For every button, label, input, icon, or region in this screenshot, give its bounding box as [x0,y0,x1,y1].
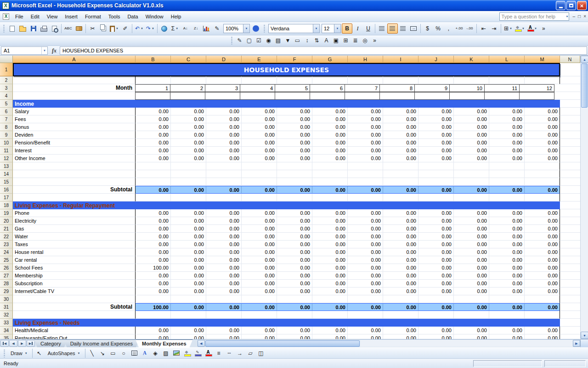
cell[interactable]: 0.00 [525,334,560,339]
row-header-20[interactable]: 20 [0,217,13,225]
cell[interactable]: 0.00 [525,155,560,162]
cell[interactable] [489,295,525,303]
cell[interactable]: 0.00 [171,225,206,233]
drawing-icon[interactable]: ✎ [212,23,222,34]
cell[interactable]: 0.00 [418,256,454,264]
cell[interactable] [418,295,454,303]
cell[interactable]: 0.00 [348,209,383,217]
cell[interactable]: 0.00 [525,123,560,131]
cell[interactable]: 2 [170,84,205,92]
previous-sheet-button[interactable]: ◀ [9,340,17,347]
text-box-icon[interactable] [129,349,140,358]
last-sheet-button[interactable]: ▶ [27,340,35,347]
menu-item-insert[interactable]: Insert [61,12,81,21]
cell[interactable] [489,162,525,170]
cell[interactable]: 0.00 [383,225,418,233]
cell[interactable]: 0.00 [206,272,242,280]
cell[interactable]: 0.00 [312,303,348,311]
row-header-35[interactable]: 35 [0,334,13,339]
cell[interactable]: 0.00 [525,264,560,272]
cell[interactable]: 0.00 [454,334,489,339]
cell[interactable]: 0.00 [454,264,489,272]
font-color-button[interactable]: A▼ [526,23,538,34]
row-header-3[interactable]: 3 [0,84,13,92]
cell[interactable]: 0.00 [206,147,242,155]
cell[interactable]: 0.00 [312,155,348,162]
cell[interactable] [560,233,580,241]
cell[interactable]: 0.00 [242,272,277,280]
copy-icon[interactable] [98,23,108,34]
sheet-tab-daily-income-and-expenses[interactable]: Daily Income and Expenses [64,339,139,347]
cell[interactable]: Water [13,233,136,241]
cell[interactable]: 0.00 [136,248,171,256]
cell[interactable]: 0.00 [312,248,348,256]
cell[interactable] [348,170,383,178]
cell[interactable]: 0.00 [312,334,348,339]
format-painter-icon[interactable]: ✐ [120,23,130,34]
cell[interactable]: 0.00 [136,280,171,288]
cell[interactable]: 0.00 [136,225,171,233]
align-left-button[interactable] [377,23,387,34]
cell[interactable]: 0.00 [277,209,312,217]
cell[interactable] [136,162,171,170]
cell[interactable]: 0.00 [489,225,525,233]
cell[interactable] [418,178,454,186]
toolbar-options-icon[interactable]: » [538,23,549,34]
line-icon[interactable]: ╲ [87,349,97,358]
cell[interactable] [136,295,171,303]
cell[interactable]: 0.00 [277,280,312,288]
cell[interactable]: 0.00 [312,327,348,334]
cell[interactable]: 0.00 [312,280,348,288]
italic-button[interactable]: I [352,23,363,34]
chart-wizard-icon[interactable] [201,23,212,34]
cell[interactable]: 0.00 [454,288,489,295]
cell[interactable] [454,162,489,170]
cell[interactable]: 0.00 [312,288,348,295]
cell[interactable]: 0.00 [171,108,206,115]
scroll-bar-icon[interactable]: ↕ [302,36,312,45]
horizontal-scrollbar[interactable]: ◀ ▶ [198,340,580,347]
row-header-22[interactable]: 22 [0,233,13,241]
cell[interactable]: 0.00 [277,108,312,115]
cell[interactable]: 0.00 [383,327,418,334]
cell[interactable]: 0.00 [489,256,525,264]
cell[interactable]: Electricity [13,217,136,225]
cell[interactable] [13,162,136,170]
cell[interactable]: 0.00 [525,131,560,139]
cell[interactable]: 0.00 [242,327,277,334]
column-header-C[interactable]: C [171,56,206,63]
cell[interactable]: Subtotal [13,186,136,194]
next-sheet-button[interactable]: ▶ [18,340,26,347]
cell[interactable] [171,311,206,319]
column-header-F[interactable]: F [277,56,312,63]
cell[interactable]: Bonus [13,123,136,131]
cell[interactable]: 100.00 [136,264,171,272]
cell[interactable]: 0.00 [277,115,312,123]
cell[interactable]: 0.00 [489,248,525,256]
cell[interactable] [312,311,348,319]
cell[interactable] [240,92,275,100]
menu-item-edit[interactable]: Edit [27,12,43,21]
cell[interactable]: 0.00 [489,233,525,241]
toolbar-grip[interactable] [263,24,266,33]
cell[interactable]: 0.00 [206,233,242,241]
cell[interactable]: Restaurants/Eating Out [13,334,136,339]
cell[interactable] [560,319,580,327]
help-question-box[interactable]: Type a question for help ▼ [499,12,569,21]
cell[interactable]: Phone [13,209,136,217]
cell[interactable] [560,170,580,178]
cell[interactable]: Interest [13,147,136,155]
cell[interactable]: 0.00 [136,115,171,123]
row-header-4[interactable]: 4 [0,92,13,100]
cell[interactable]: 0.00 [418,155,454,162]
print-icon[interactable] [39,23,49,34]
column-header-H[interactable]: H [348,56,383,63]
spinner-icon[interactable]: ⇅ [312,36,322,45]
column-header-M[interactable]: M [525,56,560,63]
increase-indent-button[interactable]: ⇥ [489,23,499,34]
cell[interactable]: 0.00 [489,327,525,334]
cell[interactable]: Fees [13,115,136,123]
cell[interactable]: 0.00 [418,334,454,339]
cell[interactable]: 0.00 [242,280,277,288]
row-header-16[interactable]: 16 [0,186,13,194]
